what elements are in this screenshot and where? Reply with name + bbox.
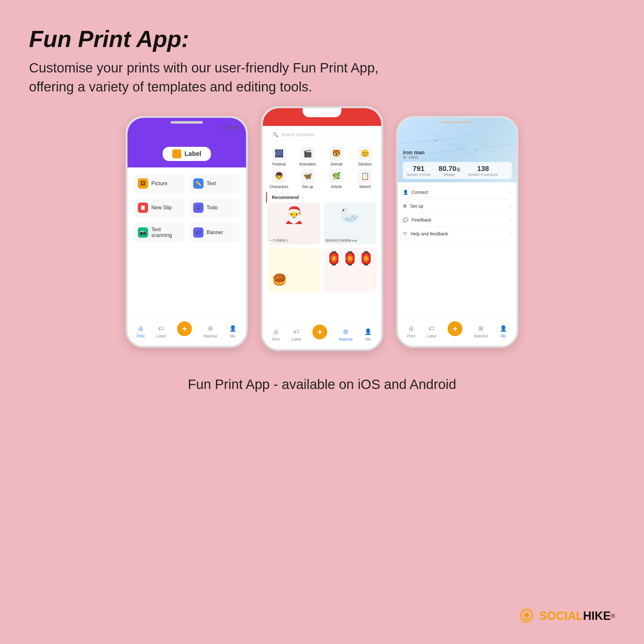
phone1-item-text[interactable]: ✏️ Text (189, 174, 240, 193)
phone2-tab-material[interactable]: ⊞ Material (339, 327, 353, 342)
recommend-card-gold[interactable]: 🥮 (268, 248, 320, 293)
phone3-tab-me[interactable]: 👤 Me (499, 324, 507, 338)
recommend-card-crane[interactable]: 🦢 国画灌流丹顶鹤图像.png (324, 203, 376, 244)
phone1-item-newslip[interactable]: 📋 New Slip (134, 198, 185, 217)
logo-reg: ® (611, 612, 615, 619)
connect-icon: 👤 (403, 190, 408, 195)
material-icon: ⊞ (206, 324, 214, 333)
help-icon: 🛡 (403, 231, 407, 236)
sketch-icon: 📋 (358, 169, 372, 183)
phone3-tab-label[interactable]: 🏷 Label (427, 324, 436, 338)
stickers-icon: 😊 (358, 147, 372, 161)
fab-icon[interactable]: + (177, 321, 192, 336)
phone3-tab-print[interactable]: 🖨 Print (407, 324, 415, 338)
phone3-map: iron man ID: 10933 791 Number of prints (398, 118, 516, 182)
logo-text: SOCIALHIKE® (539, 609, 615, 623)
cat-animal[interactable]: 🐯 Animal (323, 147, 349, 166)
label-icon (172, 149, 181, 158)
phone1-item-banner[interactable]: 🏷 Banner (189, 222, 240, 243)
logo-hike: HIKE (583, 609, 611, 622)
phones-container: +Connect Label 🖼 Picture (29, 116, 615, 351)
cat-animation[interactable]: 🎬 Animation (295, 147, 321, 166)
card1-label: 一个圣诞老人 (269, 238, 289, 243)
menu-setup[interactable]: ⚙ Set up › (403, 199, 512, 213)
connect-chevron: › (510, 189, 512, 195)
logo-social: SOCIAL (539, 609, 583, 622)
phone3-tab-funprint[interactable]: + (448, 321, 462, 341)
phone1-content: +Connect Label 🖼 Picture (128, 118, 246, 346)
phone3-profile-overlay: iron man ID: 10933 791 Number of prints (403, 150, 512, 179)
characters-icon: 👦 (272, 169, 286, 183)
phone2-tab-me[interactable]: 👤 Me (364, 327, 372, 342)
cat-stickers[interactable]: 😊 Stickers (352, 147, 378, 166)
phone1-item-todo[interactable]: ☑ Todo (189, 198, 240, 217)
search-icon: 🔍 (273, 132, 278, 137)
phone1-grid: 🖼 Picture ✏️ Text 📋 New Slip (128, 167, 246, 249)
label-tab-icon: 🏷 (157, 324, 165, 333)
phone3-tab-material[interactable]: ⊞ Material (474, 324, 488, 338)
textscanning-icon: 📷 (138, 227, 148, 238)
phone2-tab-funprint[interactable]: + (312, 325, 327, 345)
phone-1: +Connect Label 🖼 Picture (126, 116, 248, 348)
label-text: Label (185, 150, 201, 157)
phone2-categories: 🎆 Festival 🎬 Animation 🐯 Animal 😊 Sticke… (263, 143, 381, 192)
phone1-tab-print[interactable]: 🖨 Print (137, 324, 145, 338)
phone-2: 🔍 Search Keyword 🎆 Festival 🎬 Animation … (261, 106, 383, 351)
phone2-search[interactable]: 🔍 Search Keyword (268, 129, 376, 140)
print-icon: 🖨 (137, 324, 145, 333)
phone2-bottom-bar: 🖨 Print 🏷 Label + ⊞ Material (263, 320, 381, 349)
phone1-item-textscanning[interactable]: 📷 Text scanning (134, 222, 185, 243)
cat-sketch[interactable]: 📋 Sketch (352, 169, 378, 189)
stat-questions: 138 Number of questions (468, 165, 498, 176)
phone2-tab-print[interactable]: 🖨 Print (272, 327, 280, 342)
search-placeholder: Search Keyword (281, 132, 314, 137)
recommend-card-lanterns[interactable]: 🏮🏮🏮 (324, 248, 376, 293)
menu-connect[interactable]: 👤 Connect › (403, 185, 512, 199)
feedback-icon: 💬 (403, 217, 408, 223)
animation-icon: 🎬 (301, 147, 315, 161)
phone3-bottom-bar: 🖨 Print 🏷 Label + ⊞ Material (398, 317, 516, 346)
banner-icon: 🏷 (193, 227, 204, 238)
card2-label: 国画灌流丹顶鹤图像.png (325, 239, 357, 243)
phone1-tab-me[interactable]: 👤 Me (229, 324, 237, 338)
stat-mileage: 80.70元 Mileage (439, 165, 460, 176)
menu-feedback[interactable]: 💬 Feedback › (403, 213, 512, 227)
subtitle-text: Customise your prints with our user-frie… (29, 59, 415, 97)
setup-icon: 🦋 (301, 169, 315, 183)
phone1-tab-label[interactable]: 🏷 Label (156, 324, 166, 338)
phone3-fab[interactable]: + (448, 321, 462, 336)
page-subtitle: Customise your prints with our user-frie… (29, 59, 615, 97)
cat-setup[interactable]: 🦋 Set up (295, 169, 321, 189)
picture-icon: 🖼 (138, 178, 148, 189)
cat-article[interactable]: 🌿 Article (323, 169, 349, 189)
page-title: Fun Print App: (29, 26, 615, 52)
logo-container: SOCIALHIKE® (518, 607, 615, 625)
phone2-fab[interactable]: + (312, 325, 327, 339)
stat-prints: 791 Number of prints (407, 165, 431, 176)
phone-3: iron man ID: 10933 791 Number of prints (396, 116, 518, 348)
menu-help[interactable]: 🛡 Help and feedback › (403, 227, 512, 241)
phone2-recommend-title: Recommend (266, 192, 381, 203)
phone1-tab-material[interactable]: ⊞ Material (204, 324, 217, 338)
me-icon: 👤 (229, 324, 237, 333)
phone1-tab-funprint[interactable]: + (177, 321, 192, 341)
phone2-tab-label[interactable]: 🏷 Label (291, 327, 301, 342)
festival-icon: 🎆 (272, 147, 286, 161)
phone2-recommend-grid: 🎅 一个圣诞老人 🦢 国画灌流丹顶鹤图像.png (263, 203, 381, 244)
cat-characters[interactable]: 👦 Characters (266, 169, 292, 189)
phone2-recommend-grid-2: 🥮 🏮🏮🏮 (263, 248, 381, 293)
phone1-label-badge: Label (163, 147, 211, 161)
cat-festival[interactable]: 🎆 Festival (266, 147, 292, 166)
page-container: Fun Print App: Customise your prints wit… (0, 0, 644, 644)
phone1-item-picture[interactable]: 🖼 Picture (134, 174, 185, 193)
help-chevron: › (510, 231, 512, 237)
phone3-menu: 👤 Connect › ⚙ Set up › (398, 182, 516, 244)
phone3-content: iron man ID: 10933 791 Number of prints (398, 118, 516, 346)
phone2-header (263, 108, 381, 126)
animal-icon: 🐯 (329, 147, 344, 161)
bottom-caption: Fun Print App - available on iOS and And… (29, 377, 615, 392)
text-icon: ✏️ (193, 178, 204, 189)
phone1-connect-label: +Connect (220, 125, 240, 130)
recommend-card-santa[interactable]: 🎅 一个圣诞老人 (268, 203, 320, 244)
phone1-bottom-bar: 🖨 Print 🏷 Label + ⊞ Material (128, 317, 246, 346)
